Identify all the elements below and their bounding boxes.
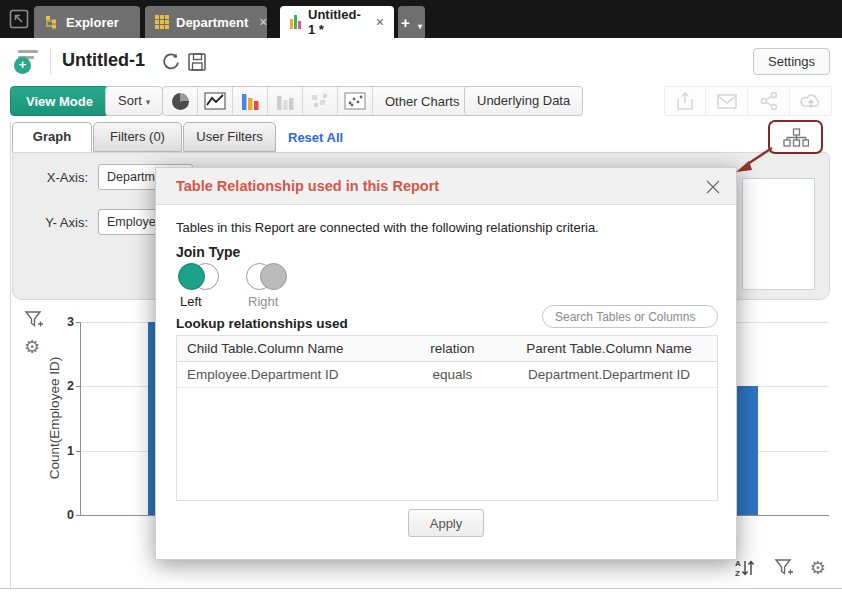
window-tab-bar: Explorer Department × Untitled-1 * × + ▾ xyxy=(0,0,842,38)
divider xyxy=(50,48,51,74)
line-chart-icon[interactable] xyxy=(198,87,233,115)
bottom-border xyxy=(0,588,842,589)
plus-icon: + xyxy=(401,14,410,31)
table-relationship-dialog: Table Relationship used in this Report T… xyxy=(155,167,737,560)
right-join-venn-icon xyxy=(246,263,288,290)
relation-cell: equals xyxy=(404,362,501,387)
left-gutter-line xyxy=(10,122,11,588)
share-icon[interactable] xyxy=(748,86,790,116)
bar-chart-icon xyxy=(290,15,301,29)
svg-text:A: A xyxy=(735,559,741,568)
bubble-chart-disabled-icon[interactable] xyxy=(303,87,338,115)
caret-down-icon: ▾ xyxy=(418,22,422,31)
tab-label: Explorer xyxy=(66,15,119,30)
tab-label: Department xyxy=(176,15,248,30)
sort-button[interactable]: Sort▾ xyxy=(105,86,163,116)
dialog-description: Tables in this Report are connected with… xyxy=(176,220,599,235)
sort-az-icon[interactable]: A Z xyxy=(734,558,758,578)
settings-button[interactable]: Settings xyxy=(753,48,830,75)
chart-bottom-tools: A Z ⚙ xyxy=(734,558,826,578)
y-tick-3: 3 xyxy=(56,315,74,329)
tab-filters[interactable]: Filters (0) xyxy=(93,122,182,152)
tab-label: Untitled-1 * xyxy=(308,7,365,37)
share-actions-group xyxy=(664,86,832,116)
left-join-venn-icon xyxy=(178,263,220,290)
page-title: Untitled-1 xyxy=(62,50,145,71)
restore-window-icon[interactable] xyxy=(9,9,29,29)
add-filter-icon[interactable] xyxy=(24,310,44,330)
close-dialog-icon[interactable] xyxy=(704,178,722,196)
pie-chart-icon[interactable] xyxy=(163,87,198,115)
dialog-title: Table Relationship used in this Report xyxy=(176,178,439,194)
add-filter-icon[interactable] xyxy=(774,558,794,578)
export-icon[interactable] xyxy=(664,86,706,116)
y-tick-0: 0 xyxy=(56,508,74,522)
underlying-data-button[interactable]: Underlying Data xyxy=(464,86,583,116)
table-header-row: Child Table.Column Name relation Parent … xyxy=(177,336,717,362)
axis-drop-zone xyxy=(742,178,815,290)
chart-toolbar: View Mode Sort▾ xyxy=(0,84,842,120)
publish-cloud-icon[interactable] xyxy=(790,86,832,116)
settings-gear-icon[interactable]: ⚙ xyxy=(810,559,826,577)
y-axis-title: Count(Employee ID) xyxy=(47,318,63,518)
svg-text:Z: Z xyxy=(735,569,740,578)
close-tab-icon[interactable]: × xyxy=(259,14,267,30)
col-child-table: Child Table.Column Name xyxy=(177,336,404,361)
bar-chart-disabled-icon[interactable] xyxy=(268,87,303,115)
col-parent-table: Parent Table.Column Name xyxy=(501,336,717,361)
y-axis-label: Y- Axis: xyxy=(28,215,88,230)
email-icon[interactable] xyxy=(706,86,748,116)
tab-department[interactable]: Department × xyxy=(145,6,267,38)
table-grid-icon xyxy=(155,15,169,29)
sort-label: Sort xyxy=(118,93,142,108)
join-option-label: Left xyxy=(180,294,232,309)
column-chart-icon-selected[interactable] xyxy=(233,87,268,115)
child-column-cell: Employee.Department ID xyxy=(177,362,404,387)
chart-settings-gear-icon[interactable]: ⚙ xyxy=(24,337,40,357)
view-mode-button[interactable]: View Mode xyxy=(10,86,109,116)
col-relation: relation xyxy=(404,336,501,361)
relationships-table: Child Table.Column Name relation Parent … xyxy=(176,335,718,501)
y-tick-1: 1 xyxy=(56,444,74,458)
chart-side-tools: ⚙ xyxy=(24,310,46,356)
join-option-left[interactable]: Left xyxy=(176,263,232,309)
tab-user-filters[interactable]: User Filters xyxy=(183,122,276,152)
explorer-tree-icon xyxy=(44,15,59,30)
search-input[interactable] xyxy=(555,310,710,324)
caret-down-icon: ▾ xyxy=(146,97,151,107)
new-tab-button[interactable]: + ▾ xyxy=(398,6,425,38)
tab-untitled-1[interactable]: Untitled-1 * × xyxy=(280,6,394,38)
plus-icon: + xyxy=(14,57,31,74)
tab-explorer[interactable]: Explorer xyxy=(34,6,140,38)
x-axis-label: X-Axis: xyxy=(28,170,88,185)
join-type-heading: Join Type xyxy=(176,244,240,260)
relationship-org-chart-icon xyxy=(783,128,809,147)
refresh-icon[interactable] xyxy=(160,51,182,73)
tab-graph[interactable]: Graph xyxy=(12,122,92,152)
table-row[interactable]: Employee.Department ID equals Department… xyxy=(177,362,717,388)
table-relationship-button-highlighted[interactable] xyxy=(768,120,823,154)
join-option-label: Right xyxy=(248,294,300,309)
y-tick-2: 2 xyxy=(56,379,74,393)
chart-type-group: Other Charts xyxy=(162,86,472,116)
parent-column-cell: Department.Department ID xyxy=(501,362,717,387)
dialog-header: Table Relationship used in this Report xyxy=(156,168,736,205)
apply-button[interactable]: Apply xyxy=(408,509,484,537)
search-box[interactable] xyxy=(542,305,718,328)
other-charts-button[interactable]: Other Charts xyxy=(373,87,471,115)
save-icon[interactable] xyxy=(186,51,208,73)
close-tab-icon[interactable]: × xyxy=(376,14,384,30)
reset-all-link[interactable]: Reset All xyxy=(288,130,343,145)
report-header: + Untitled-1 Settings xyxy=(0,38,842,84)
join-option-right[interactable]: Right xyxy=(244,263,300,309)
add-menu-icon[interactable]: + xyxy=(14,47,42,75)
lookup-relationships-heading: Lookup relationships used xyxy=(176,316,348,331)
y-axis-line xyxy=(80,322,81,516)
scatter-chart-icon[interactable] xyxy=(338,87,373,115)
